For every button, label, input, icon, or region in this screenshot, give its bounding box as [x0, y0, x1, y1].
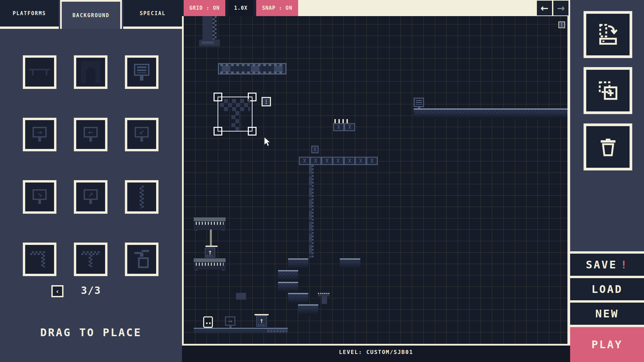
vine-tee[interactable]	[74, 243, 107, 276]
snap-toggle-badge[interactable]: SNAP : ON	[256, 0, 298, 16]
trash-icon	[597, 136, 619, 158]
canvas-frame: ⋮ ⋮	[182, 16, 570, 346]
save-button[interactable]: SAVE!	[570, 251, 644, 276]
category-tabbar: PLATFORMS BACKGROUND SPECIAL	[0, 0, 182, 29]
tab-platforms[interactable]: PLATFORMS	[0, 0, 59, 29]
tab-background[interactable]: BACKGROUND	[60, 0, 122, 29]
xblock-sprite[interactable]	[332, 157, 344, 165]
file-actions: SAVE! LOAD NEW PLAY	[570, 251, 644, 362]
xblock-sprite[interactable]	[310, 157, 321, 165]
char-sprite[interactable]	[203, 316, 213, 328]
cave-sprite[interactable]	[414, 108, 567, 119]
candles-sprite[interactable]	[334, 119, 349, 123]
finish-billboard-icon	[134, 64, 149, 76]
save-label: SAVE	[586, 258, 617, 271]
xblock-sprite[interactable]	[321, 157, 333, 165]
editor-main: GRID : ON 1.0X SNAP : ON ← → ⋮ ⋮	[182, 0, 570, 362]
mech-sprite[interactable]	[256, 315, 267, 327]
chain-sprite[interactable]	[309, 165, 314, 258]
cave-sprite[interactable]	[288, 258, 308, 269]
checker-sprite[interactable]	[231, 111, 240, 131]
palette-pager: ‹ 3/3	[0, 285, 182, 298]
sign-arrow-down-left-icon	[135, 127, 149, 138]
new-button[interactable]: NEW	[570, 300, 644, 325]
sign-sprite[interactable]	[225, 316, 235, 326]
editor-topbar: GRID : ON 1.0X SNAP : ON ← →	[182, 0, 570, 16]
cave-sprite[interactable]	[298, 304, 318, 315]
page-indicator: 3/3	[0, 285, 182, 296]
unsaved-indicator: !	[620, 258, 628, 271]
grid-toggle-badge[interactable]: GRID : ON	[184, 0, 225, 16]
load-button[interactable]: LOAD	[570, 276, 644, 300]
bench-platform-icon	[29, 69, 50, 75]
xblock-sprite[interactable]	[344, 157, 355, 165]
rotate-tool-button[interactable]	[584, 11, 632, 58]
cave-sprite[interactable]	[288, 293, 308, 304]
bench-platform[interactable]	[23, 55, 56, 89]
sign-arrow-right[interactable]	[23, 118, 56, 151]
sign-arrow-up-right-icon	[84, 189, 98, 200]
cave-sprite[interactable]	[278, 270, 298, 281]
sign-arrow-left[interactable]	[74, 118, 107, 151]
tile-palette	[23, 55, 158, 276]
vent-sprite[interactable]	[194, 258, 226, 269]
palette-sidebar: PLATFORMS BACKGROUND SPECIAL ‹ 3/3 DRAG …	[0, 0, 182, 362]
vine-lantern[interactable]	[125, 243, 158, 276]
topbar-badges: GRID : ON 1.0X SNAP : ON	[182, 0, 296, 16]
sign-arrow-right-icon	[33, 127, 47, 138]
delete-tool-button[interactable]	[584, 123, 632, 170]
rotate-icon	[597, 23, 619, 46]
xblock-sprite[interactable]	[344, 123, 355, 131]
duplicate-icon	[597, 80, 619, 102]
plain-sprite[interactable]	[236, 293, 246, 300]
xblock-sprite[interactable]	[311, 146, 319, 153]
vine-corner-icon	[29, 249, 50, 270]
undo-button[interactable]: ←	[537, 1, 552, 15]
dotsPlat-sprite[interactable]	[318, 293, 329, 297]
selection-handle-bottom-left[interactable]	[214, 127, 222, 136]
signFin-sprite[interactable]	[414, 98, 424, 107]
sign-arrow-down-right[interactable]	[23, 180, 56, 214]
selection-handle-bottom-right[interactable]	[248, 127, 257, 136]
redo-button[interactable]: →	[553, 1, 568, 15]
vine-vertical-icon	[140, 186, 144, 208]
plain-sprite[interactable]	[322, 297, 327, 304]
tab-special[interactable]: SPECIAL	[123, 0, 182, 29]
zoom-level-badge[interactable]: 1.0X	[228, 0, 253, 16]
floorDash-sprite[interactable]	[267, 328, 288, 333]
vine-vertical[interactable]	[125, 180, 158, 214]
undo-arrow-icon: ←	[541, 3, 548, 14]
drag-hint-label: DRAG TO PLACE	[0, 326, 182, 339]
play-button[interactable]: PLAY	[570, 325, 644, 362]
sign-arrow-up-right[interactable]	[74, 180, 107, 214]
level-editor-app: PLATFORMS BACKGROUND SPECIAL ‹ 3/3 DRAG …	[0, 0, 644, 362]
selection-menu-button[interactable]: ⋮	[262, 97, 271, 106]
studded-sprite[interactable]	[218, 63, 286, 74]
xblock-sprite[interactable]	[299, 157, 310, 165]
cave-sprite[interactable]	[340, 258, 360, 269]
pole-sprite[interactable]	[210, 229, 212, 246]
vine-corner[interactable]	[23, 243, 56, 276]
duplicate-tool-button[interactable]	[584, 67, 632, 114]
canvas-menu-button[interactable]: ⋮	[558, 21, 565, 28]
sign-arrow-down-right-icon	[33, 189, 47, 200]
xblock-sprite[interactable]	[355, 157, 366, 165]
cave-arch-icon	[81, 61, 100, 83]
vent-sprite[interactable]	[194, 217, 226, 229]
topline-sprite[interactable]	[205, 246, 218, 247]
xblock-sprite[interactable]	[333, 123, 344, 131]
mech-sprite[interactable]	[205, 248, 215, 258]
cave-arch[interactable]	[74, 55, 107, 89]
finish-billboard[interactable]	[125, 55, 158, 89]
chimney-sprite[interactable]	[202, 16, 217, 41]
cave-sprite[interactable]	[278, 282, 298, 293]
tools-sidebar: SAVE! LOAD NEW PLAY	[570, 0, 644, 362]
vine-tee-icon	[80, 249, 101, 270]
checker-sprite[interactable]	[220, 99, 250, 111]
sign-arrow-down-left[interactable]	[125, 118, 158, 151]
level-name-label: LEVEL: CUSTOM/SJB01	[339, 349, 413, 355]
chimneyBase-sprite[interactable]	[199, 40, 220, 46]
xblock-sprite[interactable]	[366, 157, 378, 165]
history-controls: ← →	[537, 1, 568, 15]
level-canvas[interactable]: ⋮ ⋮	[184, 16, 567, 344]
